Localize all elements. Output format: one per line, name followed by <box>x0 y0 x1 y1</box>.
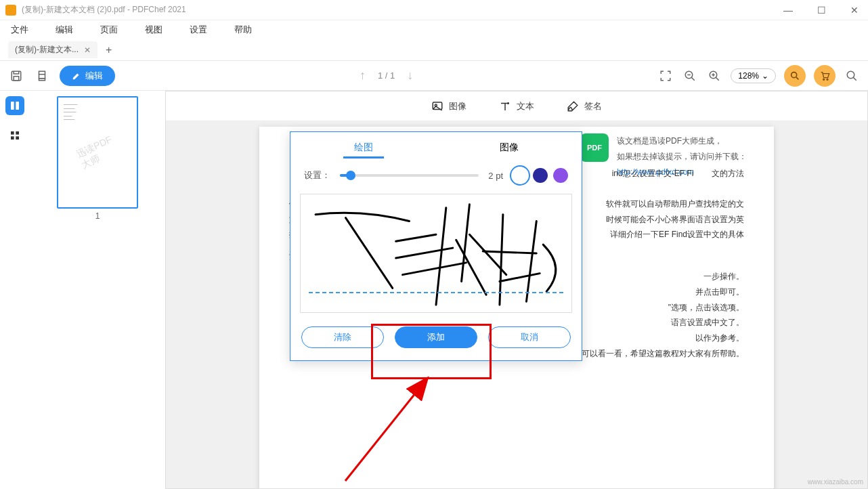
pencil-icon <box>72 71 81 81</box>
menu-edit[interactable]: 编辑 <box>56 24 73 36</box>
toolbar: 编辑 ↑ 1 / 1 ↓ 128%⌄ <box>0 61 868 91</box>
close-button[interactable]: ✕ <box>846 5 863 16</box>
svg-rect-14 <box>16 136 19 140</box>
menu-page[interactable]: 页面 <box>100 24 118 36</box>
footer-watermark: www.xiazaiba.com <box>808 478 863 486</box>
edit-label: 编辑 <box>85 70 103 82</box>
svg-rect-10 <box>16 102 19 110</box>
svg-point-5 <box>791 72 797 77</box>
chevron-down-icon: ⌄ <box>762 71 768 81</box>
print-icon[interactable] <box>34 68 50 84</box>
edit-button[interactable]: 编辑 <box>60 66 115 86</box>
window-title: (复制)-新建文本文档 (2)0.pdf - PDFChef 2021 <box>22 4 779 16</box>
insert-image-tool[interactable]: 图像 <box>431 100 466 112</box>
stroke-value: 2 pt <box>488 171 503 181</box>
color-navy[interactable] <box>533 168 548 183</box>
dialog-tabs: 绘图 图像 <box>290 132 582 161</box>
tab-close-icon[interactable]: ✕ <box>84 45 91 55</box>
slider-thumb[interactable] <box>346 171 355 180</box>
thumbnail-watermark: 迅读PDF大师 <box>74 133 121 171</box>
tab-label: (复制)-新建文本... <box>15 44 79 56</box>
svg-rect-9 <box>11 102 14 110</box>
signature-canvas[interactable] <box>300 194 572 313</box>
drawn-signature <box>301 194 571 312</box>
page-down-icon[interactable]: ↓ <box>407 68 413 83</box>
baseline <box>309 292 563 293</box>
menu-settings[interactable]: 设置 <box>190 24 207 36</box>
promo-line2: 如果想去掉该提示，请访问并下载： <box>617 149 747 165</box>
menu-file[interactable]: 文件 <box>11 24 28 36</box>
tab-draw[interactable]: 绘图 <box>343 139 384 158</box>
svg-rect-12 <box>16 131 19 135</box>
signature-dialog: 绘图 图像 设置： 2 pt <box>290 131 582 361</box>
dialog-buttons: 清除 添加 取消 <box>290 321 582 360</box>
insert-text-tool[interactable]: 文本 <box>499 100 534 112</box>
search-icon[interactable] <box>844 68 860 84</box>
insert-signature-tool[interactable]: 签名 <box>567 100 602 112</box>
fullscreen-icon[interactable] <box>657 68 674 84</box>
page-indicator: 1 / 1 <box>378 70 395 81</box>
cart-button[interactable] <box>814 65 836 87</box>
color-picker <box>513 168 568 183</box>
clear-button[interactable]: 清除 <box>301 326 384 348</box>
thumbnails-tab-icon[interactable] <box>5 96 24 115</box>
menubar: 文件 编辑 页面 视图 设置 帮助 <box>0 20 868 39</box>
settings-label: 设置： <box>304 169 330 182</box>
page-up-icon[interactable]: ↑ <box>360 68 366 83</box>
cancel-button[interactable]: 取消 <box>488 326 571 348</box>
zoom-out-icon[interactable] <box>682 68 698 84</box>
add-button[interactable]: 添加 <box>395 326 477 348</box>
app-icon <box>5 5 16 16</box>
color-purple[interactable] <box>553 168 568 183</box>
menu-help[interactable]: 帮助 <box>234 24 252 36</box>
document-tools: 图像 文本 签名 <box>166 91 867 121</box>
minimize-button[interactable]: — <box>779 5 797 16</box>
dialog-settings-row: 设置： 2 pt <box>290 161 582 190</box>
page-thumbnail[interactable]: ━━━━━━━━━━━━━━━━━━━━━━━━━━━━━━━━━━━━━━━━… <box>57 96 138 209</box>
page-nav: ↑ 1 / 1 ↓ <box>360 68 413 83</box>
thumbnail-number: 1 <box>95 211 100 221</box>
zoom-in-icon[interactable] <box>706 68 722 84</box>
save-icon[interactable] <box>8 68 24 84</box>
thumbnails-panel: ━━━━━━━━━━━━━━━━━━━━━━━━━━━━━━━━━━━━━━━━… <box>30 91 165 489</box>
grid-tab-icon[interactable] <box>5 126 24 145</box>
document-tab[interactable]: (复制)-新建文本... ✕ <box>8 41 97 58</box>
tabbar: (复制)-新建文本... ✕ + <box>0 39 868 61</box>
svg-rect-1 <box>14 76 19 80</box>
maximize-button[interactable]: ☐ <box>813 5 830 16</box>
stroke-slider[interactable] <box>340 174 479 177</box>
promo-line1: 该文档是迅读PDF大师生成， <box>617 133 747 149</box>
zoom-dropdown[interactable]: 128%⌄ <box>731 68 776 83</box>
tab-image[interactable]: 图像 <box>489 139 529 158</box>
titlebar: (复制)-新建文本文档 (2)0.pdf - PDFChef 2021 — ☐ … <box>0 0 868 20</box>
toolbar-right: 128%⌄ <box>657 65 860 87</box>
menu-view[interactable]: 视图 <box>145 24 162 36</box>
left-rail <box>0 91 30 489</box>
window-controls: — ☐ ✕ <box>779 5 863 16</box>
svg-point-8 <box>847 71 854 79</box>
svg-point-7 <box>827 79 828 80</box>
tab-add-button[interactable]: + <box>106 44 112 56</box>
pdf-logo-icon: PDF <box>580 133 609 162</box>
color-black[interactable] <box>513 168 527 183</box>
svg-point-6 <box>823 79 825 80</box>
search-highlight-button[interactable] <box>784 65 806 87</box>
svg-rect-11 <box>11 131 14 135</box>
svg-rect-2 <box>39 74 45 78</box>
svg-rect-13 <box>11 136 14 140</box>
